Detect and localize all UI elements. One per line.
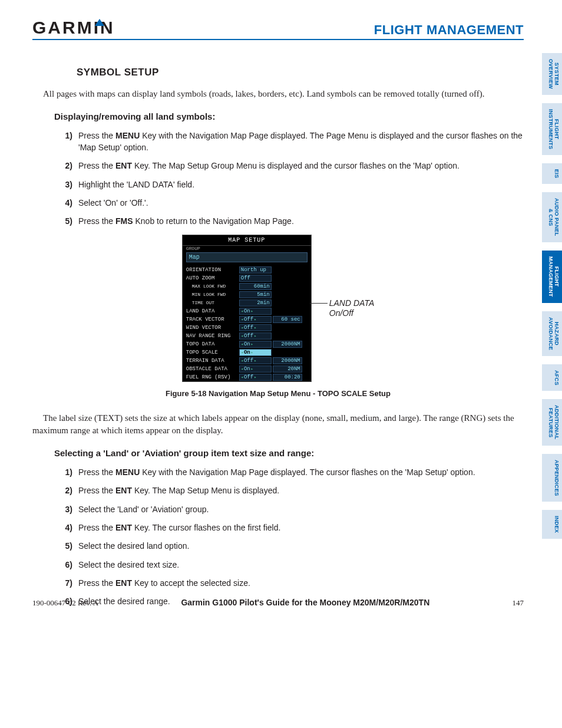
setting-label: LAND DATA: [186, 308, 239, 314]
logo-triangle-icon: [95, 19, 104, 26]
procedure-step: 4)Press the ENT Key. The cursor flashes …: [62, 522, 524, 533]
group-value: Map: [186, 252, 308, 262]
step-text: Select the 'Land' or 'Aviation' group.: [78, 503, 524, 515]
setting-label: FUEL RNG (RSV): [186, 374, 239, 380]
step-number: 7): [62, 577, 78, 589]
side-tab[interactable]: FLIGHT INSTRUMENTS: [542, 103, 562, 155]
garmin-logo: GARMIN: [32, 18, 124, 38]
setting-value: Off: [239, 316, 272, 323]
side-tab[interactable]: ADDITIONAL FEATURES: [542, 399, 562, 446]
step-number: 5): [62, 215, 78, 227]
step-number: 1): [62, 130, 78, 154]
map-setup-screenshot: MAP SETUP GROUP Map ORIENTATIONNorth upA…: [182, 235, 312, 382]
setting-value: Off: [239, 357, 272, 364]
map-setup-row: TRACK VECTOROff60 sec: [183, 315, 311, 324]
step-number: 2): [62, 160, 78, 172]
paragraph-2: The label size (TEXT) sets the size at w…: [32, 412, 524, 438]
side-tab[interactable]: APPENDICES: [542, 454, 562, 502]
section-header-title: FLIGHT MANAGEMENT: [374, 22, 524, 38]
step-text: Press the FMS Knob to return to the Navi…: [78, 215, 524, 227]
step-text: Highlight the 'LAND DATA' field.: [78, 179, 524, 190]
setting-value-2: 2000NM: [273, 341, 302, 348]
step-number: 2): [62, 485, 78, 496]
step-text: Press the ENT Key. The Map Setup Menu is…: [78, 485, 524, 496]
procedure-step: 5)Select the desired land option.: [62, 540, 524, 552]
step-number: 3): [62, 503, 78, 515]
step-text: Select 'On' or 'Off.'.: [78, 197, 524, 209]
map-setup-row: TOPO SCALEOn: [183, 348, 311, 357]
map-setup-row: WIND VECTOROff: [183, 324, 311, 332]
side-tabs: SYSTEM OVERVIEWFLIGHT INSTRUMENTSEISAUDI…: [542, 53, 562, 539]
step-number: 4): [62, 197, 78, 209]
procedure-steps-2: 1)Press the MENU Key with the Navigation…: [62, 466, 524, 607]
setting-value: 2min: [239, 299, 272, 307]
map-setup-row: MAX LOOK FWD60min: [183, 282, 311, 291]
setting-value: On: [239, 308, 272, 315]
side-tab[interactable]: AFCS: [542, 364, 562, 391]
setting-value: Off: [239, 275, 272, 282]
page-footer: 190-00647-02 Rev. A Garmin G1000 Pilot's…: [32, 598, 524, 608]
step-text: Select the desired text size.: [78, 559, 524, 571]
side-tab[interactable]: INDEX: [542, 510, 562, 539]
map-setup-title: MAP SETUP: [183, 235, 311, 246]
map-setup-row: TOPO DATAOn2000NM: [183, 340, 311, 348]
step-number: 5): [62, 540, 78, 552]
procedure-heading-1: Displaying/removing all land symbols:: [54, 111, 524, 121]
procedure-step: 5)Press the FMS Knob to return to the Na…: [62, 215, 524, 227]
procedure-step: 3)Highlight the 'LAND DATA' field.: [62, 179, 524, 190]
side-tab[interactable]: AUDIO PANEL & CNS: [542, 192, 562, 242]
setting-value: North up: [239, 266, 272, 274]
footer-page-number: 147: [512, 598, 524, 608]
setting-value: 60min: [239, 283, 272, 290]
section-heading: SYMBOL SETUP: [77, 67, 524, 78]
setting-label: TRACK VECTOR: [186, 317, 239, 322]
step-number: 6): [62, 559, 78, 571]
map-setup-row: TERRAIN DATAOff2000NM: [183, 357, 311, 365]
map-setup-row: TIME OUT2min: [183, 299, 311, 307]
setting-label: MAX LOOK FWD: [186, 284, 239, 289]
setting-label: MIN LOOK FWD: [186, 292, 239, 297]
setting-value: On: [239, 349, 272, 356]
figure-caption: Figure 5-18 Navigation Map Setup Menu - …: [32, 389, 524, 398]
callout-leader-line: [310, 303, 328, 304]
setting-value: Off: [239, 332, 272, 340]
setting-label: WIND VECTOR: [186, 325, 239, 331]
step-text: Press the MENU Key with the Navigation M…: [78, 130, 524, 154]
side-tab[interactable]: EIS: [542, 163, 562, 184]
step-number: 4): [62, 522, 78, 533]
side-tab[interactable]: HAZARD AVOIDANCE: [542, 311, 562, 356]
setting-value-2: 20NM: [273, 365, 302, 373]
step-text: Select the desired land option.: [78, 540, 524, 552]
footer-doc-title: Garmin G1000 Pilot's Guide for the Moone…: [181, 598, 429, 607]
procedure-step: 3)Select the 'Land' or 'Aviation' group.: [62, 503, 524, 515]
step-text: Press the ENT Key. The cursor flashes on…: [78, 522, 524, 533]
setting-value: 5min: [239, 291, 272, 298]
setting-label: TOPO DATA: [186, 341, 239, 347]
map-setup-row: AUTO ZOOMOff: [183, 274, 311, 282]
side-tab[interactable]: FLIGHT MANAGEMENT: [542, 251, 562, 303]
map-setup-row: NAV RANGE RINGOff: [183, 332, 311, 340]
setting-label: TOPO SCALE: [186, 350, 239, 355]
step-number: 3): [62, 179, 78, 190]
setting-label: TERRAIN DATA: [186, 358, 239, 364]
setting-label: NAV RANGE RING: [186, 333, 239, 339]
map-setup-row: MIN LOOK FWD5min: [183, 291, 311, 299]
procedure-step: 2)Press the ENT Key. The Map Setup Group…: [62, 160, 524, 172]
procedure-step: 7)Press the ENT Key to accept the select…: [62, 577, 524, 589]
setting-value: Off: [239, 324, 272, 331]
step-number: 1): [62, 466, 78, 478]
setting-label: ORIENTATION: [186, 267, 239, 273]
figure-callout: LAND DATA On/Off: [329, 298, 375, 318]
procedure-steps-1: 1)Press the MENU Key with the Navigation…: [62, 130, 524, 228]
map-setup-row: ORIENTATIONNorth up: [183, 266, 311, 274]
callout-text: LAND DATA On/Off: [329, 298, 375, 318]
group-label: GROUP: [183, 246, 311, 251]
setting-value: On: [239, 341, 272, 348]
procedure-step: 4)Select 'On' or 'Off.'.: [62, 197, 524, 209]
setting-value-2: 60 sec: [273, 316, 302, 323]
page-header: GARMIN FLIGHT MANAGEMENT: [32, 18, 524, 40]
procedure-heading-2: Selecting a 'Land' or 'Aviation' group i…: [54, 448, 524, 458]
side-tab[interactable]: SYSTEM OVERVIEW: [542, 53, 562, 95]
map-setup-row: OBSTACLE DATAOn20NM: [183, 365, 311, 373]
setting-label: OBSTACLE DATA: [186, 366, 239, 372]
